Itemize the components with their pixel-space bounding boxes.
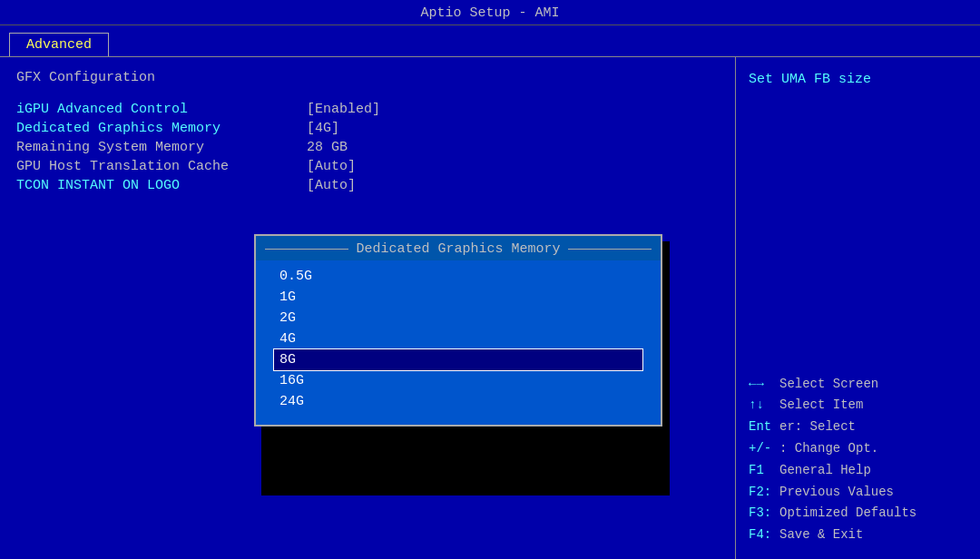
popup-list: 0.5G 1G 2G 4G 8G 16G 24G: [256, 260, 661, 425]
menu-value-tcon: [Auto]: [307, 178, 356, 193]
popup-item-0.5g[interactable]: 0.5G: [274, 266, 642, 287]
menu-item-tcon[interactable]: TCON INSTANT ON LOGO [Auto]: [16, 178, 719, 193]
key-line-f4: F4: Save & Exit: [749, 525, 967, 546]
menu-item-gpu-translation[interactable]: GPU Host Translation Cache [Auto]: [16, 159, 719, 174]
key-label-change: +/-: [749, 438, 776, 460]
key-line-change: +/- : Change Opt.: [749, 438, 967, 460]
tab-advanced[interactable]: Advanced: [9, 33, 109, 56]
key-line-enter: Ent er: Select: [749, 417, 967, 438]
key-line-screen: ←→ Select Screen: [749, 374, 967, 396]
title-bar: Aptio Setup - AMI: [0, 0, 980, 25]
key-desc-f3: Optimized Defaults: [779, 503, 916, 525]
left-panel: GFX Configuration iGPU Advanced Control …: [0, 57, 735, 559]
key-label-item: ↑↓: [749, 395, 776, 417]
key-line-f1: F1 General Help: [749, 460, 967, 482]
key-desc-item: Select Item: [779, 395, 863, 417]
key-label-f1: F1: [749, 460, 776, 482]
menu-label-remaining: Remaining System Memory: [16, 140, 307, 155]
popup-item-24g[interactable]: 24G: [274, 391, 642, 412]
key-desc-screen: Select Screen: [779, 374, 878, 396]
menu-value-remaining: 28 GB: [307, 140, 348, 155]
menu-value-gpu-translation: [Auto]: [307, 159, 356, 174]
key-label-f2: F2:: [749, 482, 776, 504]
title-text: Aptio Setup - AMI: [420, 5, 559, 21]
popup-dialog[interactable]: Dedicated Graphics Memory 0.5G 1G 2G 4G …: [254, 234, 662, 427]
popup-item-16g[interactable]: 16G: [274, 370, 642, 391]
menu-value-igpu: [Enabled]: [307, 102, 380, 117]
section-title: GFX Configuration: [16, 70, 719, 85]
key-label-f3: F3:: [749, 503, 776, 525]
key-desc-f1: General Help: [779, 460, 871, 482]
right-panel: Set UMA FB size ←→ Select Screen ↑↓ Sele…: [735, 57, 980, 559]
popup-item-8g[interactable]: 8G: [274, 349, 642, 370]
key-line-item: ↑↓ Select Item: [749, 395, 967, 417]
help-text: Set UMA FB size: [749, 70, 967, 91]
popup-item-1g[interactable]: 1G: [274, 287, 642, 308]
menu-label-gpu-translation: GPU Host Translation Cache: [16, 159, 307, 174]
menu-item-remaining[interactable]: Remaining System Memory 28 GB: [16, 140, 719, 155]
menu-value-dedicated: [4G]: [307, 121, 339, 136]
menu-label-igpu: iGPU Advanced Control: [16, 102, 307, 117]
key-help: ←→ Select Screen ↑↓ Select Item Ent er: …: [749, 374, 967, 546]
popup-title: Dedicated Graphics Memory: [256, 236, 661, 260]
menu-label-dedicated: Dedicated Graphics Memory: [16, 121, 307, 136]
menu-label-tcon: TCON INSTANT ON LOGO: [16, 178, 307, 193]
key-label-f4: F4:: [749, 525, 776, 546]
main-content: GFX Configuration iGPU Advanced Control …: [0, 56, 980, 559]
bios-screen: Aptio Setup - AMI Advanced GFX Configura…: [0, 0, 980, 559]
menu-item-igpu[interactable]: iGPU Advanced Control [Enabled]: [16, 102, 719, 117]
popup-item-4g[interactable]: 4G: [274, 329, 642, 349]
key-desc-f4: Save & Exit: [779, 525, 863, 546]
menu-item-dedicated[interactable]: Dedicated Graphics Memory [4G]: [16, 121, 719, 136]
key-line-f2: F2: Previous Values: [749, 482, 967, 504]
key-label-screen: ←→: [749, 374, 776, 396]
key-desc-enter: er: Select: [779, 417, 856, 438]
popup-item-2g[interactable]: 2G: [274, 308, 642, 329]
key-desc-change: : Change Opt.: [779, 438, 878, 460]
key-line-f3: F3: Optimized Defaults: [749, 503, 967, 525]
key-label-enter: Ent: [749, 417, 776, 438]
key-desc-f2: Previous Values: [779, 482, 894, 504]
tab-row: Advanced: [0, 25, 980, 56]
